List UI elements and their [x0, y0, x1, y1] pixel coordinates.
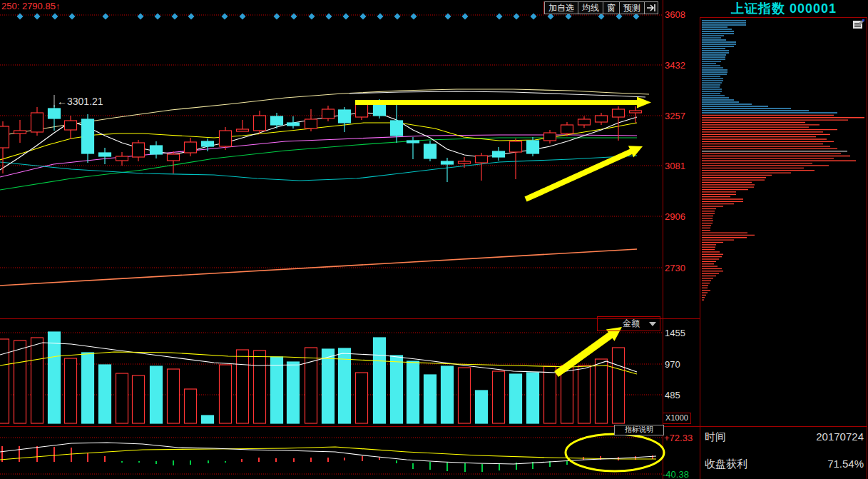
volume-bar: [185, 389, 197, 423]
candle: [476, 153, 488, 181]
candle: [168, 151, 180, 173]
volume-bar: [476, 390, 488, 423]
volume-bar: [613, 348, 625, 423]
collapse-right-icon[interactable]: [645, 1, 658, 14]
candle: [150, 141, 163, 158]
volume-bar: [150, 366, 163, 423]
volume-axis-label: 485: [665, 390, 698, 400]
volume-bar: [133, 375, 145, 423]
volume-bar: [374, 338, 386, 423]
window-button[interactable]: 窗: [603, 1, 620, 14]
indicator-histogram: [2, 446, 653, 472]
app-window: ←3301.21 250: 2790.85↑ 加自选 均线 窗 预测 上证指数 …: [0, 0, 868, 479]
candle: [510, 138, 522, 179]
notes-icon[interactable]: [853, 19, 864, 32]
volume-bar: [441, 366, 454, 423]
volume-mode-label: 金额: [623, 318, 640, 330]
volume-bar: [578, 365, 591, 423]
volume-unit-label: X1000: [663, 413, 691, 424]
volume-bar: [510, 374, 522, 423]
ma-yellow: [0, 123, 637, 160]
price-tag-annotation: ←3301.21: [54, 95, 103, 107]
volume-bar: [99, 365, 111, 423]
volume-bar: [0, 339, 9, 423]
volume-axis-label: 1455: [665, 328, 698, 338]
price-axis-label: 2730: [665, 263, 698, 273]
info-label: 收盘获利: [705, 458, 747, 471]
candle: [305, 109, 317, 131]
volume-bar: [31, 338, 44, 423]
volume-bar: [596, 359, 608, 423]
chart-graphics: ←3301.21: [0, 0, 868, 479]
volume-bar: [391, 356, 403, 423]
indicator-min-label: -40.38: [663, 469, 689, 479]
volume-bar: [254, 351, 266, 423]
volume-bar: [424, 375, 436, 423]
volume-bar: [527, 373, 539, 423]
highlight-ellipse: [566, 434, 664, 471]
candle: [116, 152, 128, 166]
volume-bar: [544, 366, 556, 423]
volume-bars: [0, 332, 625, 423]
candle: [185, 138, 197, 156]
candle: [99, 148, 111, 164]
candle: [133, 140, 145, 161]
chart-toolbar: 加自选 均线 窗 预测: [543, 1, 658, 14]
candle: [322, 106, 335, 121]
candle: [220, 127, 232, 150]
volume-bar: [271, 357, 283, 423]
candle: [441, 158, 454, 182]
indicator-max-label: +72.33: [664, 433, 693, 443]
candle: [14, 120, 26, 143]
volume-bar: [305, 348, 317, 423]
volume-ma-lines: [0, 343, 637, 374]
volume-bar: [168, 369, 180, 423]
ma-green: [0, 138, 637, 190]
candle: [237, 120, 249, 131]
candle: [630, 106, 642, 123]
price-axis-label: 3257: [665, 111, 698, 121]
info-value: 20170724: [816, 430, 864, 444]
candle: [287, 116, 300, 128]
price-axis-label: 3608: [665, 9, 698, 20]
volume-bar: [220, 365, 232, 423]
volume-bar: [493, 371, 505, 423]
volume-bar: [287, 362, 300, 423]
volume-bar: [561, 365, 573, 423]
volume-bar: [65, 358, 77, 423]
chip-distribution: [702, 21, 864, 300]
candle: [65, 116, 77, 139]
arrow-diagonal: [524, 146, 643, 201]
volume-bar: [48, 332, 61, 423]
price-axis-label: 2906: [665, 211, 698, 222]
volume-axis-label: 970: [665, 359, 698, 370]
ma250-label: 250: 2790.85↑: [1, 1, 60, 11]
ma-white: [0, 113, 637, 170]
candle: [254, 111, 266, 134]
price-tag-label: ←3301.21: [57, 96, 103, 107]
volume-bar: [356, 373, 368, 423]
candle: [493, 147, 505, 161]
candle: [48, 105, 61, 131]
add-watchlist-button[interactable]: 加自选: [544, 1, 578, 14]
info-row-profit: 收盘获利 71.54%: [705, 458, 864, 471]
volume-mode-dropdown[interactable]: 金额: [597, 316, 660, 331]
candle: [82, 114, 94, 163]
chevron-down-icon: [649, 322, 656, 326]
candle: [544, 130, 556, 143]
vol-ma-yellow: [0, 352, 637, 374]
candlesticks: [0, 99, 642, 182]
price-axis-label: 3081: [665, 161, 698, 171]
arrow-horizontal: [355, 97, 651, 109]
candle: [31, 107, 44, 136]
candle: [578, 116, 591, 128]
info-value: 71.54%: [827, 458, 864, 471]
volume-bar: [237, 350, 249, 423]
forecast-button[interactable]: 预测: [620, 1, 645, 14]
index-title: 上证指数 000001: [700, 0, 867, 17]
info-label: 时间: [705, 430, 726, 444]
moving-average-button[interactable]: 均线: [578, 1, 603, 14]
volume-bar: [116, 373, 128, 423]
volume-bar: [82, 353, 94, 423]
indicator-legend-button[interactable]: 指标说明: [614, 425, 664, 435]
